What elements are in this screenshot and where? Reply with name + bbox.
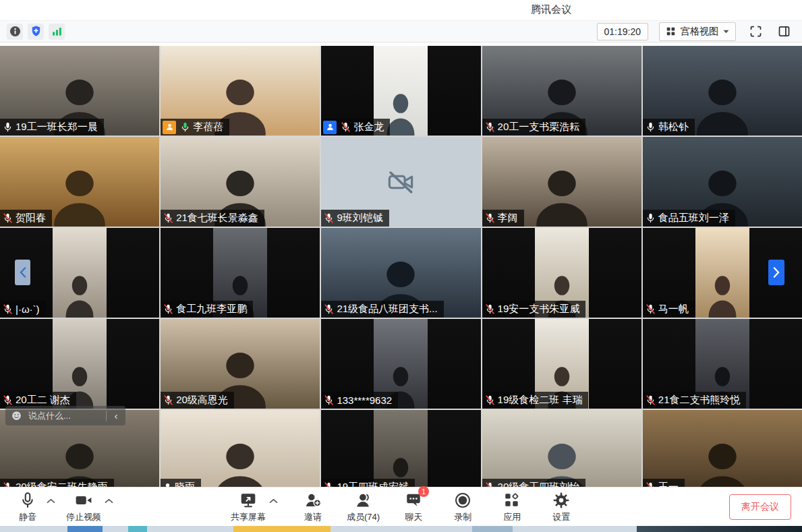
meeting-info-button[interactable] <box>7 24 23 40</box>
participant-label: 9班刘铠铖 <box>321 210 389 227</box>
mic-icon <box>645 303 656 315</box>
participant-tile[interactable]: 21级食品八班团支书... <box>321 228 480 318</box>
settings-label: 设置 <box>552 511 570 523</box>
participant-name: 20级高恩光 <box>176 394 228 407</box>
person-silhouette <box>521 158 603 227</box>
chat-bar-collapse-button[interactable]: ‹ <box>107 406 125 425</box>
topbar-left-group <box>7 24 65 40</box>
invite-label: 邀请 <box>304 511 322 523</box>
participant-label: 贺阳春 <box>0 210 52 227</box>
stop-video-button[interactable]: 停止视频 <box>66 491 101 523</box>
participant-name: 韩松钋 <box>658 121 689 134</box>
meeting-security-button[interactable] <box>28 24 44 40</box>
participant-label: 21级食品八班团支书... <box>321 301 443 318</box>
participant-label: 马一帆 <box>643 301 695 318</box>
participant-tile[interactable]: 李阔 <box>482 137 641 227</box>
chevron-left-icon <box>20 267 26 278</box>
record-icon <box>454 492 471 509</box>
desktop-strip-segment <box>233 526 331 532</box>
mic-toolbar-icon <box>19 492 36 509</box>
signal-bars-icon <box>51 25 63 38</box>
participant-name: 20工一支书栗浩耘 <box>498 121 580 134</box>
view-mode-label: 宫格视图 <box>681 26 718 38</box>
participant-tile[interactable]: 贺阳春 <box>0 137 159 227</box>
participant-tile[interactable]: 张金龙 <box>321 46 480 136</box>
participant-name: 20工二 谢杰 <box>16 394 70 407</box>
chevron-up-icon <box>269 498 278 504</box>
mic-icon <box>163 212 174 224</box>
record-button[interactable]: 录制 <box>447 491 478 523</box>
participant-name: 19工一班长郑一晨 <box>16 121 98 134</box>
share-screen-label: 共享屏幕 <box>231 511 266 523</box>
mute-label: 静音 <box>19 511 36 523</box>
participant-tile[interactable]: 食品五班刘一泽 <box>643 137 802 227</box>
participant-tile[interactable]: 21食七班长景淼鑫 <box>161 137 320 227</box>
chat-button[interactable]: 1 聊天 <box>398 491 429 523</box>
leave-meeting-button[interactable]: 离开会议 <box>729 494 791 520</box>
audio-video-group: 静音 停止视频 <box>12 491 115 523</box>
next-page-button[interactable] <box>768 260 784 285</box>
emoji-icon[interactable] <box>11 410 22 421</box>
tencent-meeting-window: 腾讯会议 <box>0 0 802 532</box>
participant-tile[interactable]: 9班刘铠铖 <box>321 137 480 227</box>
mic-icon <box>323 394 335 406</box>
apps-button[interactable]: 应用 <box>496 491 527 523</box>
mute-options-chevron[interactable] <box>47 498 55 504</box>
record-label: 录制 <box>454 511 471 523</box>
participant-tile[interactable]: 21食二支书熊玲悦 <box>643 319 802 409</box>
quick-chat-input[interactable]: 说点什么... <box>28 410 106 422</box>
participant-tile[interactable]: 20工二 谢杰 <box>0 319 159 409</box>
apps-label: 应用 <box>503 511 521 523</box>
mic-icon <box>2 121 13 133</box>
members-icon <box>355 492 372 509</box>
mic-icon <box>323 212 335 224</box>
previous-page-button[interactable] <box>15 260 30 285</box>
apps-icon <box>503 492 521 509</box>
participant-tile[interactable]: 食工九班李亚鹏 <box>161 228 320 318</box>
network-signal-button[interactable] <box>49 24 65 40</box>
mic-icon <box>179 121 191 133</box>
invite-icon <box>304 492 322 509</box>
participant-tile[interactable]: 韩松钋 <box>643 46 802 136</box>
share-options-chevron[interactable] <box>269 498 278 504</box>
participant-tile[interactable]: 133****9632 <box>321 319 480 409</box>
mic-icon <box>163 394 174 406</box>
side-panel-icon <box>777 24 791 38</box>
participant-name: 133****9632 <box>337 394 392 406</box>
participant-tile[interactable]: 19级食检二班 丰瑞 <box>482 319 641 409</box>
participant-name: 21食二支书熊玲悦 <box>658 394 741 407</box>
mic-icon <box>484 121 496 133</box>
participant-name: 19安一支书朱亚威 <box>498 303 580 316</box>
settings-button[interactable]: 设置 <box>546 491 577 523</box>
invite-button[interactable]: 邀请 <box>297 491 328 523</box>
participant-label: 19级食检二班 丰瑞 <box>482 392 589 409</box>
share-screen-button[interactable]: 共享屏幕 <box>231 491 266 523</box>
members-button[interactable]: 成员(74) <box>347 491 380 523</box>
participant-label: 李阔 <box>482 210 524 227</box>
participant-tile[interactable]: 20工一支书栗浩耘 <box>482 46 641 136</box>
desktop-strip <box>0 526 802 532</box>
video-options-chevron[interactable] <box>105 498 113 504</box>
chevron-right-icon <box>773 267 780 278</box>
participant-tile[interactable]: 19工一班长郑一晨 <box>0 46 159 136</box>
view-mode-button[interactable]: 宫格视图 <box>659 22 736 41</box>
mic-icon <box>484 394 496 406</box>
participant-tile[interactable]: 19安一支书朱亚威 <box>482 228 641 318</box>
participant-name: 李阔 <box>498 212 518 225</box>
participant-tile[interactable]: 20级高恩光 <box>161 319 320 409</box>
participant-name: 21级食品八班团支书... <box>337 303 437 316</box>
participant-name: 马一帆 <box>658 303 689 316</box>
desktop-strip-segment <box>472 526 513 532</box>
person-silhouette <box>57 266 102 318</box>
participant-name: 李蓓蓓 <box>193 121 223 134</box>
side-panel-button[interactable] <box>775 23 793 40</box>
fullscreen-button[interactable] <box>747 23 764 40</box>
participant-tile[interactable]: 李蓓蓓 <box>161 46 320 136</box>
meeting-topbar: 01:19:20 宫格视图 <box>0 20 802 42</box>
mute-button[interactable]: 静音 <box>12 491 43 523</box>
participant-label: 133****9632 <box>321 392 398 409</box>
camera-off-icon <box>386 168 415 196</box>
chat-label: 聊天 <box>405 511 422 523</box>
participant-label: 20工一支书栗浩耘 <box>482 119 586 136</box>
quick-chat-bar: 说点什么... ‹ <box>5 406 125 425</box>
